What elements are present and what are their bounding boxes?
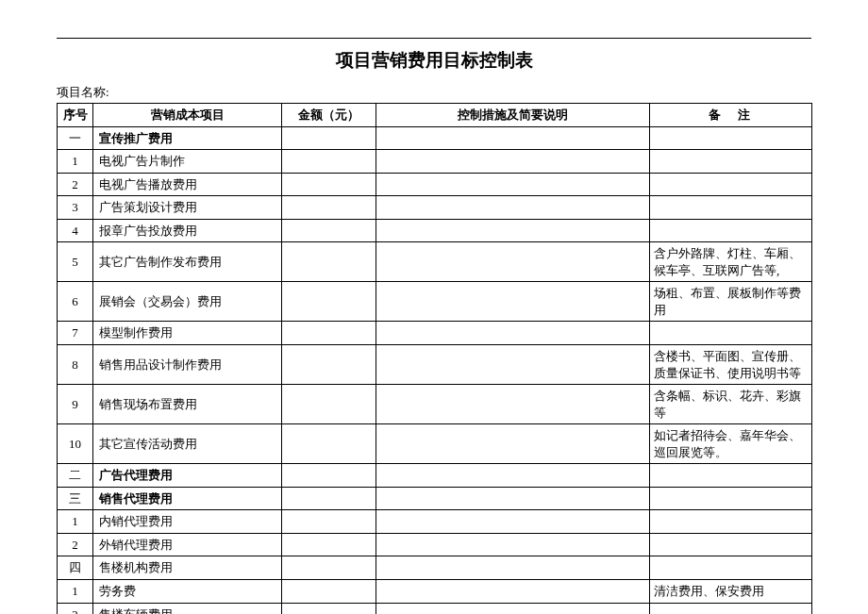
cell-item: 报章广告投放费用	[93, 219, 282, 242]
cell-remark	[650, 219, 812, 242]
cell-control	[376, 556, 650, 580]
cell-item: 内销代理费用	[93, 510, 282, 534]
cell-control	[376, 322, 650, 345]
cell-seq: 1	[58, 150, 93, 174]
cell-amount	[282, 385, 376, 424]
cell-remark	[650, 556, 812, 580]
cell-item: 销售代理费用	[93, 487, 282, 510]
cell-remark	[650, 126, 812, 150]
cell-control	[376, 126, 650, 150]
cell-remark	[650, 464, 812, 488]
cell-amount	[282, 424, 376, 464]
cell-control	[376, 345, 650, 385]
cell-item: 模型制作费用	[93, 322, 282, 345]
cell-item: 销售现场布置费用	[93, 385, 282, 424]
cell-remark	[650, 487, 812, 510]
cell-seq: 9	[58, 385, 93, 424]
table-row: 1内销代理费用	[58, 510, 812, 534]
cell-amount	[282, 173, 376, 196]
cell-control	[376, 173, 650, 196]
project-name-label: 项目名称:	[57, 84, 811, 101]
cell-item: 售楼车辆费用	[93, 603, 282, 614]
cell-item: 售楼机构费用	[93, 556, 282, 580]
cell-seq: 二	[58, 464, 93, 488]
cell-remark: 含户外路牌、灯柱、车厢、候车亭、互联网广告等,	[650, 242, 812, 282]
cell-remark: 场租、布置、展板制作等费用	[650, 282, 812, 322]
document-page: 项目营销费用目标控制表 项目名称: 序号 营销成本项目 金额（元） 控制措施及简…	[57, 38, 811, 614]
cell-remark	[650, 510, 812, 534]
cell-remark: 清洁费用、保安费用	[650, 580, 812, 604]
cell-amount	[282, 533, 376, 556]
cell-seq: 10	[58, 424, 93, 464]
cell-remark	[650, 150, 812, 174]
cell-seq: 四	[58, 556, 93, 580]
cell-control	[376, 424, 650, 464]
cell-item: 其它广告制作发布费用	[93, 242, 282, 282]
cell-amount	[282, 126, 376, 150]
cell-amount	[282, 242, 376, 282]
cell-seq: 3	[58, 196, 93, 220]
table-row: 1劳务费清洁费用、保安费用	[58, 580, 812, 604]
cell-item: 展销会（交易会）费用	[93, 282, 282, 322]
top-rule	[57, 38, 811, 39]
cell-control	[376, 487, 650, 510]
table-row: 4报章广告投放费用	[58, 219, 812, 242]
cell-seq: 1	[58, 510, 93, 534]
table-row: 1电视广告片制作	[58, 150, 812, 174]
page-title: 项目营销费用目标控制表	[57, 48, 811, 73]
cell-seq: 5	[58, 242, 93, 282]
cell-amount	[282, 322, 376, 345]
header-remark: 备注	[650, 104, 812, 127]
table-row: 5其它广告制作发布费用含户外路牌、灯柱、车厢、候车亭、互联网广告等,	[58, 242, 812, 282]
table-row: 一宣传推广费用	[58, 126, 812, 150]
cell-seq: 4	[58, 219, 93, 242]
cell-amount	[282, 219, 376, 242]
cell-remark	[650, 173, 812, 196]
cell-item: 电视广告片制作	[93, 150, 282, 174]
cell-amount	[282, 196, 376, 220]
header-item: 营销成本项目	[93, 104, 282, 127]
cell-seq: 三	[58, 487, 93, 510]
cell-control	[376, 242, 650, 282]
cell-amount	[282, 556, 376, 580]
cell-control	[376, 464, 650, 488]
cell-item: 宣传推广费用	[93, 126, 282, 150]
table-body: 一宣传推广费用1电视广告片制作2电视广告播放费用3广告策划设计费用4报章广告投放…	[58, 126, 812, 614]
cell-amount	[282, 510, 376, 534]
cell-control	[376, 580, 650, 604]
cell-control	[376, 196, 650, 220]
cell-seq: 一	[58, 126, 93, 150]
cell-remark: 含楼书、平面图、宣传册、质量保证书、使用说明书等	[650, 345, 812, 385]
cell-control	[376, 385, 650, 424]
cell-item: 销售用品设计制作费用	[93, 345, 282, 385]
table-header-row: 序号 营销成本项目 金额（元） 控制措施及简要说明 备注	[58, 104, 812, 127]
cell-item: 广告代理费用	[93, 464, 282, 488]
cell-amount	[282, 464, 376, 488]
table-row: 三销售代理费用	[58, 487, 812, 510]
table-row: 二广告代理费用	[58, 464, 812, 488]
header-seq: 序号	[58, 104, 93, 127]
cell-remark	[650, 533, 812, 556]
header-control: 控制措施及简要说明	[376, 104, 650, 127]
cell-item: 外销代理费用	[93, 533, 282, 556]
table-row: 2外销代理费用	[58, 533, 812, 556]
cell-item: 电视广告播放费用	[93, 173, 282, 196]
cell-control	[376, 603, 650, 614]
cell-seq: 7	[58, 322, 93, 345]
cell-item: 劳务费	[93, 580, 282, 604]
cell-remark	[650, 322, 812, 345]
cell-amount	[282, 282, 376, 322]
cell-amount	[282, 603, 376, 614]
cell-seq: 6	[58, 282, 93, 322]
cell-seq: 8	[58, 345, 93, 385]
cell-item: 广告策划设计费用	[93, 196, 282, 220]
cell-item: 其它宣传活动费用	[93, 424, 282, 464]
cell-control	[376, 533, 650, 556]
table-row: 10其它宣传活动费用如记者招待会、嘉年华会、巡回展览等。	[58, 424, 812, 464]
table-row: 2电视广告播放费用	[58, 173, 812, 196]
cell-remark: 含条幅、标识、花卉、彩旗等	[650, 385, 812, 424]
table-row: 6展销会（交易会）费用场租、布置、展板制作等费用	[58, 282, 812, 322]
table-row: 四售楼机构费用	[58, 556, 812, 580]
table-row: 8销售用品设计制作费用含楼书、平面图、宣传册、质量保证书、使用说明书等	[58, 345, 812, 385]
cell-control	[376, 282, 650, 322]
